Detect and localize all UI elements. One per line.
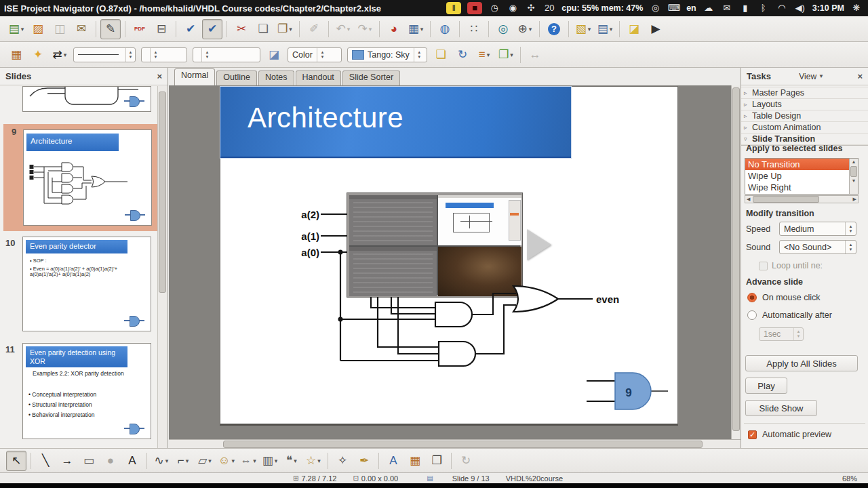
- block-arrows-icon[interactable]: ⇔▾: [238, 451, 258, 471]
- slide-thumbnail-8[interactable]: [22, 86, 151, 112]
- spelling-icon[interactable]: ✔: [180, 19, 201, 39]
- speed-combo-arrows[interactable]: ▲▼: [845, 222, 856, 235]
- stars-icon[interactable]: ☆▾: [303, 451, 323, 471]
- line-width-arrows[interactable]: ▲▼: [150, 48, 161, 62]
- gallery-icon[interactable]: ❐: [427, 451, 447, 471]
- settings-icon[interactable]: ◎: [649, 2, 661, 14]
- block-arrows-dropdown-icon[interactable]: ▾: [253, 458, 256, 464]
- insert-slide-dropdown-icon[interactable]: ▾: [588, 26, 591, 33]
- tab-outline[interactable]: Outline: [216, 70, 257, 85]
- canvas-vertical-scrollbar[interactable]: [731, 85, 741, 439]
- line-style-combo[interactable]: ▲▼: [73, 47, 136, 62]
- volume-icon[interactable]: ◀): [794, 2, 806, 14]
- stars-dropdown-icon[interactable]: ▾: [317, 458, 321, 464]
- arrow-style-icon[interactable]: ⇄▾: [50, 45, 70, 65]
- insert-chart-icon[interactable]: ◕: [384, 19, 404, 39]
- wifi-icon[interactable]: ◠: [776, 2, 788, 14]
- connector-icon[interactable]: ⌐▾: [173, 451, 193, 471]
- flowchart-icon[interactable]: ▥▾: [260, 451, 280, 471]
- scroll-down-icon[interactable]: ▼: [850, 178, 858, 184]
- scroll-up-icon[interactable]: ▲: [850, 159, 858, 165]
- scroll-left-icon[interactable]: ◀: [745, 197, 751, 202]
- zoom-icon[interactable]: ⊕▾: [515, 19, 535, 39]
- export-pdf-icon[interactable]: PDF: [130, 19, 150, 39]
- automatic-preview-checkbox[interactable]: ✓: [748, 430, 757, 439]
- basic-shapes-dropdown-icon[interactable]: ▾: [208, 458, 212, 464]
- copy-icon[interactable]: ❏: [253, 19, 273, 39]
- slide-canvas[interactable]: Architecture: [169, 85, 732, 439]
- pause-icon[interactable]: ‖: [446, 2, 461, 14]
- start-presentation-icon[interactable]: ▶: [646, 19, 666, 39]
- callouts-icon[interactable]: ❝▾: [281, 451, 302, 471]
- clock-icon[interactable]: ◷: [488, 2, 500, 14]
- navigator-icon[interactable]: ◎: [493, 19, 513, 39]
- slide-thumbnail-11[interactable]: Even parity detection using XOR Examples…: [22, 343, 151, 439]
- chevron-down-icon[interactable]: ▼: [818, 73, 824, 79]
- on-mouse-click-radio[interactable]: [747, 293, 757, 302]
- tab-slide-sorter[interactable]: Slide Sorter: [342, 70, 400, 85]
- fill-color-combo[interactable]: Tango: Sky ▲▼: [347, 47, 427, 62]
- points-icon[interactable]: ✧: [332, 451, 353, 471]
- sound-combo[interactable]: <No Sound> ▲▼: [779, 240, 856, 254]
- tab-handout[interactable]: Handout: [296, 70, 341, 85]
- workspace-icon[interactable]: ✣: [525, 2, 537, 14]
- shadow-icon[interactable]: ❏: [431, 45, 451, 65]
- help-icon[interactable]: ?: [544, 19, 564, 39]
- display-grid-icon[interactable]: ∷: [464, 19, 484, 39]
- play-overlay-icon[interactable]: [527, 229, 551, 260]
- glue-points-icon[interactable]: ✒: [354, 451, 374, 471]
- hyperlink-icon[interactable]: ◍: [435, 19, 455, 39]
- transition-option[interactable]: Wipe Up: [745, 170, 858, 182]
- bluetooth-icon[interactable]: ᛒ: [757, 2, 770, 14]
- mail-icon[interactable]: ✉: [721, 2, 733, 14]
- undo-dropdown-icon[interactable]: ▾: [347, 26, 351, 33]
- tasks-view-menu[interactable]: View: [799, 72, 816, 81]
- apply-to-all-slides-button[interactable]: Apply to All Slides: [745, 355, 858, 371]
- rectangle-icon[interactable]: ▭: [79, 451, 99, 471]
- line-width-spinner[interactable]: ▲▼: [141, 47, 187, 62]
- fill-type-combo[interactable]: Color ▲▼: [288, 47, 342, 62]
- callouts-dropdown-icon[interactable]: ▾: [294, 458, 297, 464]
- fontwork-icon[interactable]: A: [383, 451, 403, 471]
- select-icon[interactable]: ↖: [6, 451, 26, 471]
- insert-slide-icon[interactable]: ▧▾: [573, 19, 593, 39]
- symbol-shapes-dropdown-icon[interactable]: ▾: [231, 458, 235, 464]
- slide-layout-icon[interactable]: ▤▾: [595, 19, 615, 39]
- slides-panel-scrollbar[interactable]: [157, 86, 167, 448]
- arrange-dropdown-icon[interactable]: ▾: [510, 52, 513, 58]
- line-color-arrows[interactable]: ▲▼: [201, 48, 212, 62]
- new-presentation-icon[interactable]: ▤▾: [6, 19, 26, 39]
- area-style-icon[interactable]: ◪: [264, 45, 284, 65]
- edit-file-icon[interactable]: ✎: [100, 19, 121, 39]
- line-icon[interactable]: ╲: [35, 451, 56, 471]
- automatically-after-radio[interactable]: [747, 310, 757, 320]
- arrange-icon[interactable]: ❐▾: [496, 45, 516, 65]
- basic-shapes-icon[interactable]: ▱▾: [195, 451, 215, 471]
- tasks-section-table-design[interactable]: ▹Table Design: [741, 110, 868, 122]
- print-icon[interactable]: ⊟: [151, 19, 172, 39]
- keyboard-icon[interactable]: ⌨: [667, 2, 680, 14]
- flowchart-dropdown-icon[interactable]: ▾: [275, 458, 278, 464]
- keyboard-layout[interactable]: en: [686, 3, 696, 13]
- session-menu-icon[interactable]: ❋: [850, 2, 863, 14]
- paste-dropdown-icon[interactable]: ▾: [289, 26, 292, 33]
- ellipse-icon[interactable]: ●: [100, 451, 121, 471]
- slide-thumbnail-10[interactable]: Even parity detector • SOP :• Even = a(0…: [22, 237, 151, 331]
- transition-option[interactable]: No Transition: [745, 159, 858, 170]
- arrow-style-dropdown-icon[interactable]: ▾: [64, 52, 67, 58]
- line-style-spinner[interactable]: ▲▼: [125, 48, 135, 62]
- insert-image-icon[interactable]: ▦: [405, 451, 425, 471]
- tab-normal[interactable]: Normal: [174, 68, 215, 85]
- tasks-section-custom-animation[interactable]: ▹Custom Animation: [741, 122, 868, 134]
- connector-dropdown-icon[interactable]: ▾: [186, 458, 189, 464]
- close-icon[interactable]: ×: [157, 71, 162, 81]
- battery-icon[interactable]: ▮: [739, 2, 751, 14]
- text-box-icon[interactable]: A: [122, 451, 142, 471]
- play-button[interactable]: Play: [745, 378, 787, 394]
- transition-option[interactable]: Wipe Right: [745, 182, 858, 193]
- line-arrow-end-icon[interactable]: →: [57, 451, 77, 471]
- email-document-icon[interactable]: ✉: [71, 19, 92, 39]
- symbol-shapes-icon[interactable]: ☺▾: [216, 451, 237, 471]
- slide-show-button[interactable]: Slide Show: [745, 400, 817, 416]
- zoom-dropdown-icon[interactable]: ▾: [529, 26, 532, 33]
